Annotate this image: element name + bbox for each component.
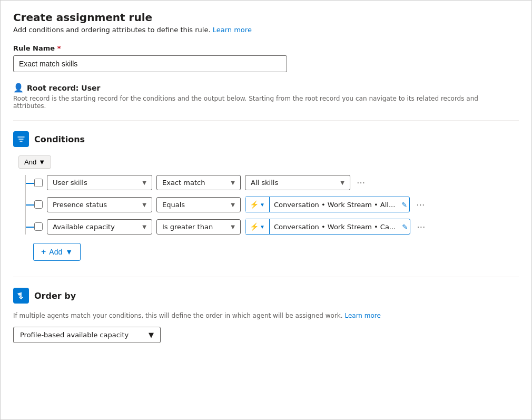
operator-dropdown-3[interactable]: Is greater than ▼ bbox=[156, 219, 241, 235]
chevron-down-icon: ▼ bbox=[231, 224, 235, 230]
chevron-down-icon: ▼ bbox=[231, 180, 235, 185]
orderby-header: Order by bbox=[13, 288, 519, 304]
more-button-3[interactable]: ⋯ bbox=[415, 220, 428, 234]
chevron-down-icon: ▼ bbox=[149, 331, 154, 339]
operator-dropdown-2[interactable]: Equals ▼ bbox=[156, 197, 241, 212]
page-title: Create assignment rule bbox=[13, 11, 519, 24]
conditions-header: Conditions bbox=[13, 131, 519, 147]
operator-dropdown-1[interactable]: Exact match ▼ bbox=[156, 175, 241, 190]
orderby-icon bbox=[13, 288, 29, 304]
chevron-down-icon: ▼ bbox=[38, 158, 45, 166]
chevron-down-icon: ▼ bbox=[142, 180, 146, 185]
field-dropdown-1[interactable]: User skills ▼ bbox=[47, 175, 152, 190]
conditions-icon bbox=[13, 131, 29, 147]
user-icon: 👤 bbox=[13, 83, 24, 93]
and-group: And ▼ User skills ▼ Exact match ▼ All sk… bbox=[18, 155, 519, 261]
value-text-3[interactable]: Conversation • Work Stream • Ca... bbox=[270, 220, 400, 234]
chevron-down-icon: ▼ bbox=[142, 224, 146, 230]
root-record-description: Root record is the starting record for t… bbox=[13, 95, 487, 110]
root-record-section: 👤 Root record: User Root record is the s… bbox=[13, 83, 519, 110]
page-subtitle: Add conditions and ordering attributes t… bbox=[13, 26, 519, 34]
orderby-title: Order by bbox=[34, 291, 76, 301]
lightning-icon: ⚡ bbox=[250, 200, 259, 209]
field-dropdown-2[interactable]: Presence status ▼ bbox=[47, 197, 152, 212]
root-record-header: 👤 Root record: User bbox=[13, 83, 519, 93]
condition-checkbox-1[interactable] bbox=[34, 179, 43, 187]
field-dropdown-3[interactable]: Available capacity ▼ bbox=[47, 219, 152, 235]
dynamic-value-3: ⚡ ▼ Conversation • Work Stream • Ca... ✎ bbox=[245, 219, 410, 235]
conditions-title: Conditions bbox=[34, 134, 85, 144]
condition-checkbox-3[interactable] bbox=[34, 222, 43, 231]
chevron-down-icon: ▼ bbox=[340, 180, 344, 185]
condition-row: Available capacity ▼ Is greater than ▼ ⚡… bbox=[26, 219, 519, 235]
rule-name-field: Rule Name * bbox=[13, 44, 519, 72]
chevron-down-icon: ▼ bbox=[231, 202, 235, 208]
edit-icon-2[interactable]: ✎ bbox=[399, 201, 409, 209]
profile-dropdown[interactable]: Profile-based available capacity ▼ bbox=[13, 327, 161, 343]
dynamic-value-2: ⚡ ▼ Conversation • Work Stream • All... … bbox=[245, 197, 410, 212]
chevron-down-icon: ▼ bbox=[260, 224, 265, 230]
more-button-2[interactable]: ⋯ bbox=[414, 198, 427, 212]
add-condition-button[interactable]: + Add ▼ bbox=[33, 243, 81, 261]
chevron-down-icon: ▼ bbox=[260, 202, 265, 208]
rule-name-label: Rule Name * bbox=[13, 44, 519, 52]
value-dropdown-1[interactable]: All skills ▼ bbox=[245, 175, 350, 190]
orderby-section: Order by If multiple agents match your c… bbox=[13, 288, 519, 343]
and-button[interactable]: And ▼ bbox=[18, 155, 51, 169]
condition-row: Presence status ▼ Equals ▼ ⚡ ▼ Conversat… bbox=[26, 197, 519, 212]
more-button-1[interactable]: ⋯ bbox=[354, 175, 368, 190]
chevron-down-icon: ▼ bbox=[65, 248, 73, 256]
root-record-label: Root record: User bbox=[27, 84, 100, 92]
lightning-button-3[interactable]: ⚡ ▼ bbox=[245, 219, 270, 234]
edit-icon-3[interactable]: ✎ bbox=[400, 223, 410, 231]
plus-icon: + bbox=[41, 247, 46, 257]
orderby-description: If multiple agents match your conditions… bbox=[13, 312, 519, 319]
conditions-section: Conditions And ▼ User skills ▼ Exact mat… bbox=[13, 131, 519, 261]
orderby-learn-more-link[interactable]: Learn more bbox=[344, 312, 380, 319]
lightning-icon: ⚡ bbox=[250, 222, 259, 231]
condition-checkbox-2[interactable] bbox=[34, 200, 43, 209]
lightning-button-2[interactable]: ⚡ ▼ bbox=[245, 197, 270, 212]
chevron-down-icon: ▼ bbox=[142, 202, 146, 208]
rule-name-input[interactable] bbox=[13, 55, 287, 72]
value-text-2[interactable]: Conversation • Work Stream • All... bbox=[270, 198, 399, 212]
condition-row: User skills ▼ Exact match ▼ All skills ▼… bbox=[26, 175, 519, 190]
learn-more-link[interactable]: Learn more bbox=[213, 26, 252, 34]
condition-rows: User skills ▼ Exact match ▼ All skills ▼… bbox=[25, 175, 519, 235]
